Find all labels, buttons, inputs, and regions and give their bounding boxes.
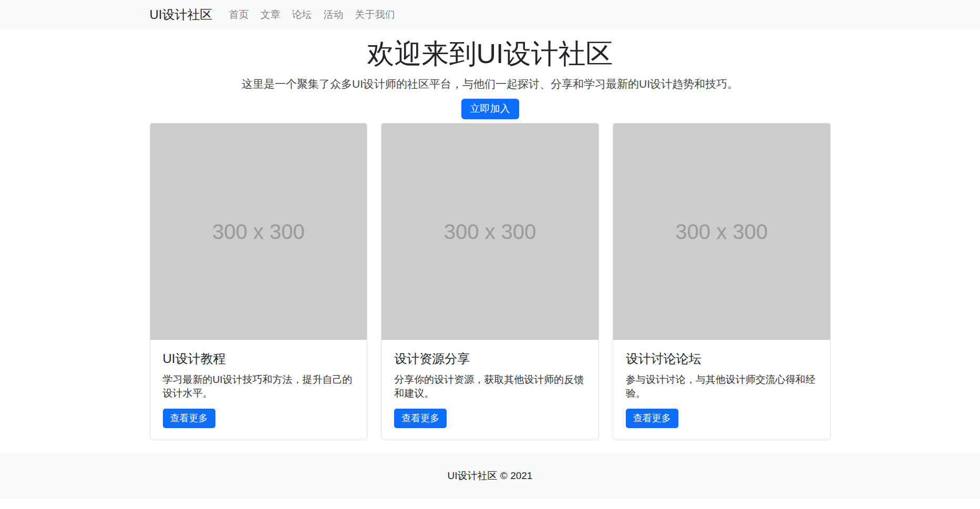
card-title: 设计讨论论坛 [626, 350, 818, 367]
card-body: UI设计教程 学习最新的UI设计技巧和方法，提升自己的设计水平。 查看更多 [150, 340, 367, 440]
nav-item-home[interactable]: 首页 [223, 8, 255, 22]
hero-section: 欢迎来到UI设计社区 这里是一个聚集了众多UI设计师的社区平台，与他们一起探讨、… [0, 29, 980, 119]
view-more-button[interactable]: 查看更多 [394, 409, 447, 429]
nav-item-about[interactable]: 关于我们 [349, 8, 401, 22]
navbar: UI设计社区 首页 文章 论坛 活动 关于我们 [0, 0, 980, 29]
view-more-button[interactable]: 查看更多 [163, 409, 215, 429]
footer-copyright: UI设计社区 © 2021 [448, 469, 533, 483]
card-text: 分享你的设计资源，获取其他设计师的反馈和建议。 [394, 373, 586, 400]
nav-item-forum[interactable]: 论坛 [286, 8, 318, 22]
view-more-button[interactable]: 查看更多 [626, 409, 678, 429]
card-image-placeholder: 300 x 300 [381, 123, 599, 340]
nav-links: 首页 文章 论坛 活动 关于我们 [223, 8, 401, 22]
card-image-placeholder: 300 x 300 [613, 123, 830, 340]
footer: UI设计社区 © 2021 [0, 453, 980, 498]
card-body: 设计资源分享 分享你的设计资源，获取其他设计师的反馈和建议。 查看更多 [381, 340, 599, 440]
join-now-button[interactable]: 立即加入 [461, 99, 519, 119]
card-ui-tutorials: 300 x 300 UI设计教程 学习最新的UI设计技巧和方法，提升自己的设计水… [150, 123, 368, 441]
card-discussion-forum: 300 x 300 设计讨论论坛 参与设计讨论，与其他设计师交流心得和经验。 查… [613, 123, 831, 441]
card-text: 学习最新的UI设计技巧和方法，提升自己的设计水平。 [163, 373, 355, 400]
card-body: 设计讨论论坛 参与设计讨论，与其他设计师交流心得和经验。 查看更多 [613, 340, 830, 440]
card-title: UI设计教程 [163, 350, 355, 367]
nav-item-events[interactable]: 活动 [318, 8, 349, 22]
page: UI设计社区 首页 文章 论坛 活动 关于我们 欢迎来到UI设计社区 这里是一个… [0, 0, 980, 509]
placeholder-size-label: 300 x 300 [444, 220, 537, 244]
placeholder-size-label: 300 x 300 [675, 220, 768, 244]
brand-link[interactable]: UI设计社区 [150, 6, 213, 23]
bottom-whitespace [0, 498, 980, 509]
card-resource-sharing: 300 x 300 设计资源分享 分享你的设计资源，获取其他设计师的反馈和建议。… [381, 123, 599, 441]
feature-cards-row: 300 x 300 UI设计教程 学习最新的UI设计技巧和方法，提升自己的设计水… [150, 123, 831, 441]
card-text: 参与设计讨论，与其他设计师交流心得和经验。 [626, 373, 818, 400]
hero-subtitle: 这里是一个聚集了众多UI设计师的社区平台，与他们一起探讨、分享和学习最新的UI设… [0, 77, 980, 91]
nav-item-articles[interactable]: 文章 [255, 8, 286, 22]
hero-title: 欢迎来到UI设计社区 [0, 36, 980, 72]
placeholder-size-label: 300 x 300 [212, 220, 305, 244]
card-title: 设计资源分享 [394, 350, 586, 367]
card-image-placeholder: 300 x 300 [150, 123, 367, 340]
